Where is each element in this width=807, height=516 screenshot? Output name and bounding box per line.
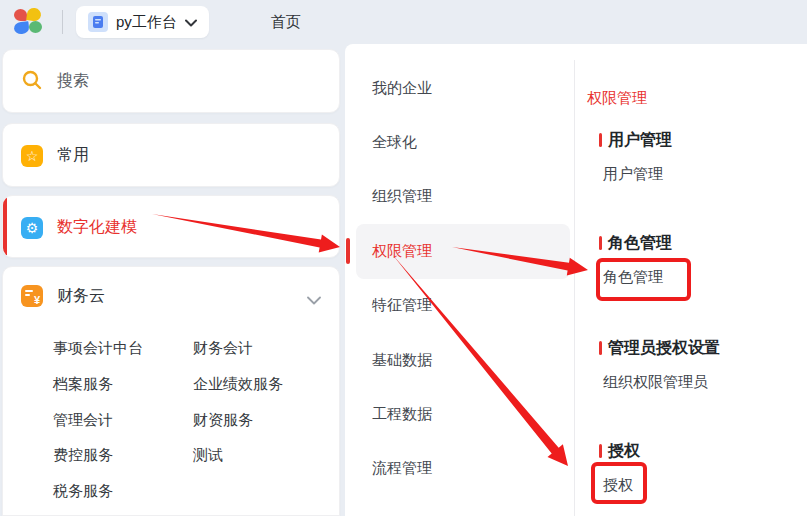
sidebar-item-digital-modeling[interactable]: ⚙ 数字化建模 (2, 195, 340, 258)
submenu-item-role-management[interactable]: 角色管理 (603, 267, 672, 287)
chevron-down-icon[interactable] (307, 291, 321, 309)
favorites-label: 常用 (57, 145, 89, 166)
group-accent-bar (599, 236, 602, 250)
submenu-group-user-management: 用户管理 用户管理 (599, 130, 672, 184)
search-icon (21, 69, 43, 95)
search-card[interactable]: 搜索 (2, 49, 340, 113)
logo-petal-green (29, 21, 42, 33)
topbar-divider (62, 10, 63, 34)
sidebar-item-performance-service[interactable]: 企业绩效服务 (193, 367, 283, 403)
group-label: 授权 (608, 441, 640, 462)
menu-item-process-management[interactable]: 流程管理 (356, 442, 570, 496)
main-panel: 我的企业 全球化 组织管理 权限管理 特征管理 基础数据 工程数据 流程管理 权… (345, 44, 807, 516)
chevron-down-icon (185, 13, 197, 31)
topbar: py工作台 首页 (0, 0, 807, 44)
workspace-document-icon (88, 12, 108, 32)
submenu-item-authorization[interactable]: 授权 (603, 475, 640, 495)
finance-cloud-label: 财务云 (57, 286, 105, 307)
group-label: 用户管理 (608, 130, 672, 151)
sidebar-item-event-accounting[interactable]: 事项会计中台 (53, 331, 193, 367)
sidebar-item-tax-service[interactable]: 税务服务 (53, 474, 193, 510)
group-accent-bar (599, 133, 602, 147)
group-label: 角色管理 (608, 233, 672, 254)
search-label: 搜索 (57, 71, 89, 92)
star-icon: ☆ (21, 145, 43, 167)
active-indicator-bar (346, 238, 350, 264)
sidebar-item-expense-service[interactable]: 费控服务 (53, 438, 193, 474)
sidebar-item-favorites[interactable]: ☆ 常用 (2, 123, 340, 187)
module-menu: 我的企业 全球化 组织管理 权限管理 特征管理 基础数据 工程数据 流程管理 (345, 44, 574, 496)
sidebar-item-management-accounting[interactable]: 管理会计 (53, 402, 193, 438)
gear-monitor-icon: ⚙ (21, 217, 43, 239)
menu-item-basic-data[interactable]: 基础数据 (356, 333, 570, 387)
panel-divider (574, 60, 575, 516)
sidebar-group-finance-cloud: ¥ 财务云 事项会计中台 财务会计 档案服务 企业绩效服务 管理会计 财资服务 … (2, 266, 340, 516)
logo-petal-blue (13, 21, 29, 35)
submenu-item-user-management[interactable]: 用户管理 (603, 164, 672, 184)
finance-cloud-header[interactable]: ¥ 财务云 (3, 267, 339, 325)
submenu-group-admin-authorization: 管理员授权设置 组织权限管理员 (599, 338, 720, 392)
menu-item-org-management[interactable]: 组织管理 (356, 170, 570, 224)
menu-item-my-enterprise[interactable]: 我的企业 (356, 61, 570, 115)
sidebar-item-treasury-service[interactable]: 财资服务 (193, 402, 283, 438)
menu-item-engineering-data[interactable]: 工程数据 (356, 387, 570, 441)
finance-cloud-items: 事项会计中台 财务会计 档案服务 企业绩效服务 管理会计 财资服务 费控服务 测… (53, 331, 283, 509)
menu-item-permission-management[interactable]: 权限管理 (356, 224, 570, 278)
finance-doc-icon: ¥ (21, 285, 43, 307)
sidebar-item-archive-service[interactable]: 档案服务 (53, 367, 193, 403)
submenu-group-role-management: 角色管理 角色管理 (599, 233, 672, 287)
group-accent-bar (599, 444, 602, 458)
logo-petal-red (14, 9, 27, 21)
menu-item-globalization[interactable]: 全球化 (356, 115, 570, 169)
sidebar-item-test[interactable]: 测试 (193, 438, 283, 474)
submenu-title: 权限管理 (587, 89, 647, 108)
group-accent-bar (599, 341, 602, 355)
sidebar-item-financial-accounting[interactable]: 财务会计 (193, 331, 283, 367)
digital-modeling-label: 数字化建模 (57, 217, 137, 238)
workspace-label: py工作台 (116, 13, 177, 32)
tab-home[interactable]: 首页 (257, 13, 315, 32)
workspace-switcher[interactable]: py工作台 (76, 6, 209, 38)
app-logo-icon (14, 8, 44, 36)
submenu-group-authorization: 授权 授权 (599, 441, 640, 495)
submenu-item-org-permission-admin[interactable]: 组织权限管理员 (603, 372, 720, 392)
group-label: 管理员授权设置 (608, 338, 720, 359)
logo-petal-yellow (26, 7, 42, 22)
menu-item-feature-management[interactable]: 特征管理 (356, 279, 570, 333)
active-indicator-bar (3, 196, 7, 257)
